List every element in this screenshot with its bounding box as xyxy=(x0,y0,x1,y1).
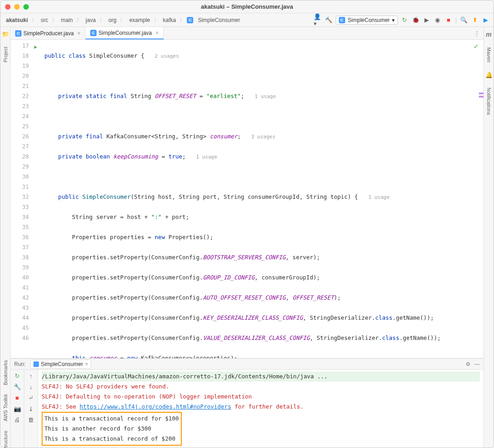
close-window[interactable] xyxy=(5,4,11,10)
close-icon[interactable]: × xyxy=(77,30,81,37)
print-icon[interactable]: 🖨 xyxy=(13,415,22,424)
run-header: Run: SimpleConsumer × ⚙ — xyxy=(11,359,483,370)
breadcrumb-example[interactable]: example xyxy=(127,16,152,24)
camera-icon[interactable]: 📷 xyxy=(13,404,22,413)
breadcrumb: akatsuki 〉 src 〉 main 〉 java 〉 org 〉 exa… xyxy=(4,16,242,24)
close-icon[interactable]: × xyxy=(156,30,159,36)
run-gutter-icon[interactable]: ▶ xyxy=(34,42,37,52)
aws-tool-label[interactable]: AWS Toolkit xyxy=(3,394,8,421)
stop-icon[interactable]: ■ xyxy=(445,16,453,24)
ide-update-icon[interactable]: ⬆ xyxy=(471,16,479,24)
error-stripe[interactable] xyxy=(478,40,483,358)
titlebar: akatsuki – SimpleConsumer.java xyxy=(0,0,494,13)
breadcrumb-main[interactable]: main xyxy=(59,16,75,24)
console-output[interactable]: /Library/Java/JavaVirtualMachines/amazon… xyxy=(38,370,483,448)
up-icon[interactable]: ↑ xyxy=(27,372,35,380)
run-icon[interactable]: ↻ xyxy=(401,16,409,24)
structure-tool-label[interactable]: tructure xyxy=(3,431,8,448)
breadcrumb-kafka[interactable]: kafka xyxy=(161,16,178,24)
rerun-icon[interactable]: ↻ xyxy=(13,372,22,380)
navigation-bar: akatsuki 〉 src 〉 main 〉 java 〉 org 〉 exa… xyxy=(0,13,494,27)
code-editor[interactable]: ✓ 17▶ 1819202122232425262728293031323334… xyxy=(11,40,483,358)
search-icon[interactable]: 🔍 xyxy=(460,16,468,24)
run-toolbar-secondary: ↑ ↓ ⤶ ⤓ 🗑 xyxy=(24,370,38,448)
stop-icon[interactable]: ■ xyxy=(13,393,22,402)
project-tool-label[interactable]: Project xyxy=(3,47,8,62)
class-icon: C xyxy=(90,30,97,36)
run-label: Run: xyxy=(14,361,26,367)
bookmarks-tool-label[interactable]: Bookmarks xyxy=(3,360,8,385)
highlighted-output: This is a transactional record for $100 … xyxy=(42,412,182,446)
breadcrumb-project[interactable]: akatsuki xyxy=(4,16,30,24)
run-configuration-selector[interactable]: C SimpleConsumer ▾ xyxy=(336,16,398,25)
breadcrumb-class[interactable]: SimpleConsumer xyxy=(196,16,242,24)
tab-simpleconsumer[interactable]: C SimpleConsumer.java × xyxy=(86,27,164,39)
tab-label: SimpleConsumer.java xyxy=(98,30,152,36)
scroll-icon[interactable]: ⤓ xyxy=(27,404,35,413)
debug-icon[interactable]: 🐞 xyxy=(412,16,420,24)
settings-icon[interactable]: ⚙ xyxy=(466,361,471,367)
console-link[interactable]: https://www.slf4j.org/codes.html#noProvi… xyxy=(80,403,231,410)
console-line: SLF4J: See https://www.slf4j.org/codes.h… xyxy=(42,402,480,412)
project-tool-icon[interactable]: 📁 xyxy=(2,31,9,38)
code-with-me-icon[interactable]: ▶ xyxy=(482,16,490,24)
maximize-window[interactable] xyxy=(23,4,29,10)
tabs-menu-icon[interactable]: ⋮ xyxy=(470,27,483,39)
breadcrumb-src[interactable]: src xyxy=(39,16,50,24)
run-toolbar-primary: ↻ 🔧 ■ 📷 🖨 xyxy=(11,370,24,448)
console-line: This is a transactional record of $200 xyxy=(44,434,179,444)
console-line: SLF4J: No SLF4J providers were found. xyxy=(42,382,480,392)
editor-tabs: C SimpleProducer.java × C SimpleConsumer… xyxy=(11,27,483,40)
profile-icon[interactable]: ◉ xyxy=(434,16,442,24)
left-tool-rail: 📁 Project Bookmarks AWS Toolkit tructure xyxy=(0,27,11,448)
run-tab-label: SimpleConsumer xyxy=(41,361,83,367)
hide-icon[interactable]: — xyxy=(474,361,480,367)
close-icon[interactable]: × xyxy=(85,361,88,367)
console-line: SLF4J: Defaulting to no-operation (NOP) … xyxy=(42,392,480,402)
tab-simpleproducer[interactable]: C SimpleProducer.java × xyxy=(11,27,86,39)
maven-tool-label[interactable]: Maven xyxy=(486,47,492,62)
trash-icon[interactable]: 🗑 xyxy=(27,415,35,424)
maven-icon[interactable]: m xyxy=(486,31,491,38)
code-content[interactable]: public class SimpleConsumer { 2 usages p… xyxy=(33,40,483,358)
window-title: akatsuki – SimpleConsumer.java xyxy=(201,3,293,10)
build-icon[interactable]: 🔨 xyxy=(325,16,333,24)
breadcrumb-java[interactable]: java xyxy=(84,16,98,24)
notifications-icon[interactable]: 🔔 xyxy=(485,71,493,78)
coverage-icon[interactable]: ▶ xyxy=(423,16,431,24)
tab-label: SimpleProducer.java xyxy=(23,30,74,37)
notifications-tool-label[interactable]: Notifications xyxy=(486,87,492,115)
run-tool-window: Run: SimpleConsumer × ⚙ — ↻ 🔧 xyxy=(11,358,483,448)
wrap-icon[interactable]: ⤶ xyxy=(27,393,35,402)
class-icon: C xyxy=(187,17,193,23)
wrench-icon[interactable]: 🔧 xyxy=(13,382,22,391)
window-controls xyxy=(5,4,29,10)
breadcrumb-org[interactable]: org xyxy=(107,16,118,24)
chevron-down-icon: ▾ xyxy=(392,17,395,23)
line-gutter[interactable]: 17▶ 181920212223242526272829303132333435… xyxy=(11,40,33,358)
console-line: This is another record for $300 xyxy=(44,424,179,434)
user-icon[interactable]: 👤▾ xyxy=(314,16,322,24)
run-tab[interactable]: SimpleConsumer × xyxy=(30,360,91,369)
class-icon: C xyxy=(15,30,22,37)
down-icon[interactable]: ↓ xyxy=(27,382,35,391)
class-icon: C xyxy=(339,17,345,23)
run-config-name: SimpleConsumer xyxy=(348,17,390,23)
console-command: /Library/Java/JavaVirtualMachines/amazon… xyxy=(42,372,480,382)
console-line: This is a transactional record for $100 xyxy=(44,414,179,424)
minimize-window[interactable] xyxy=(14,4,20,10)
right-tool-rail: m Maven 🔔 Notifications xyxy=(483,27,494,448)
run-tab-icon xyxy=(33,361,39,367)
